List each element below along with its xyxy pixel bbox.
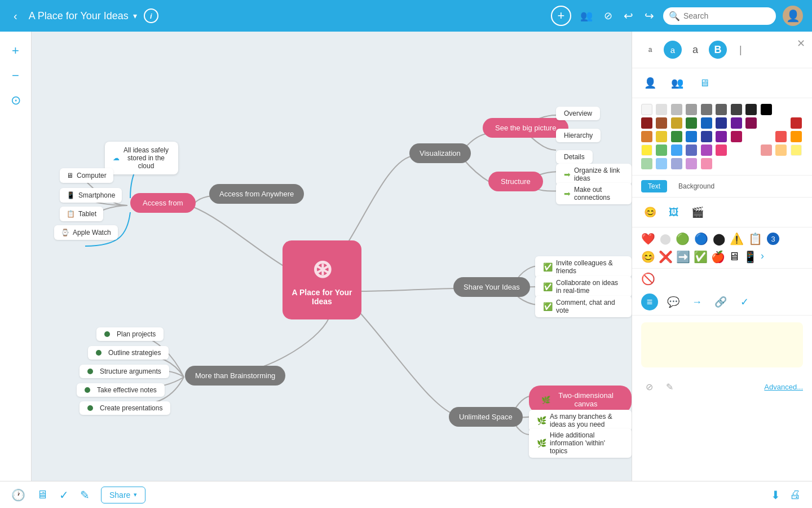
color-swatch[interactable]	[761, 144, 772, 156]
person-style-icon[interactable]: 👤	[641, 74, 659, 92]
sticker-checkmark[interactable]: ✅	[694, 250, 708, 264]
monitor-style-icon[interactable]: 🖥	[695, 74, 713, 92]
sticker-dark-blue[interactable]: 🔵	[694, 232, 708, 246]
color-swatch[interactable]	[701, 144, 712, 156]
bubble-tool[interactable]: 💬	[665, 294, 682, 310]
branch-structure[interactable]: Structure	[488, 172, 543, 191]
title-chevron[interactable]: ▾	[133, 11, 137, 20]
note-area[interactable]	[641, 322, 803, 367]
color-swatch[interactable]	[745, 117, 757, 129]
pen-button[interactable]: ✎	[80, 488, 90, 502]
color-swatch[interactable]	[761, 104, 772, 115]
screen-button[interactable]: 🖥	[37, 488, 48, 501]
color-swatch[interactable]	[686, 144, 697, 156]
leaf-details[interactable]: Details	[556, 150, 593, 164]
print-button[interactable]: 🖨	[789, 488, 801, 502]
block-icon[interactable]: 🚫	[641, 273, 655, 285]
leaf-invite[interactable]: ✅Invite colleagues & friends	[535, 256, 632, 278]
color-swatch[interactable]	[641, 158, 652, 169]
font-bold-b[interactable]: B	[709, 41, 727, 59]
leaf-structure-arg[interactable]: Structure arguments	[80, 365, 169, 378]
sticker-heart[interactable]: ❤️	[641, 232, 655, 246]
leaf-comment[interactable]: ✅Comment, chat and vote	[535, 296, 632, 317]
panel-close-button[interactable]: ✕	[797, 37, 805, 50]
zoom-out-button[interactable]: −	[6, 65, 26, 86]
sticker-warning[interactable]: ⚠️	[730, 232, 744, 246]
color-swatch[interactable]	[671, 131, 682, 142]
font-medium-a[interactable]: a	[664, 41, 682, 59]
download-button[interactable]: ⬇	[771, 488, 780, 502]
image-icon-btn[interactable]: 🖼	[665, 203, 683, 221]
leaf-collaborate[interactable]: ✅Collaborate on ideas in real-time	[535, 276, 632, 297]
color-swatch[interactable]	[701, 104, 712, 115]
leaf-hierarchy[interactable]: Hierarchy	[556, 129, 601, 142]
advanced-link[interactable]: Advanced...	[764, 383, 803, 391]
font-large-a[interactable]: a	[686, 41, 704, 59]
color-swatch[interactable]	[656, 131, 667, 142]
leaf-plan[interactable]: Plan projects	[96, 327, 164, 341]
video-icon-btn[interactable]: 🎬	[689, 203, 707, 221]
color-swatch[interactable]	[686, 158, 697, 169]
color-swatch[interactable]	[656, 104, 667, 115]
color-swatch[interactable]	[791, 131, 802, 142]
branch-brainstorming[interactable]: More than Brainstorming	[185, 366, 285, 386]
sticker-x[interactable]: ❌	[659, 250, 673, 264]
zoom-in-button[interactable]: +	[6, 41, 26, 61]
add-button[interactable]: +	[551, 6, 571, 26]
sticker-number3[interactable]: 3	[767, 233, 779, 245]
color-swatch[interactable]	[731, 131, 742, 142]
color-swatch[interactable]	[716, 131, 727, 142]
leaf-cloud[interactable]: ☁All ideas safely stored in the cloud	[105, 142, 178, 174]
text-tab[interactable]: Text	[641, 180, 667, 192]
sticker-black[interactable]: ⬤	[713, 232, 725, 246]
smiley-icon-btn[interactable]: 😊	[641, 203, 659, 221]
color-swatch[interactable]	[745, 104, 757, 115]
target-button[interactable]: ⊙	[6, 90, 26, 111]
color-swatch[interactable]	[671, 117, 682, 129]
color-swatch[interactable]	[671, 144, 682, 156]
block-icon[interactable]: ⊘	[602, 7, 615, 24]
share-button[interactable]: Share ▾	[101, 487, 145, 503]
color-swatch[interactable]	[731, 104, 742, 115]
panel-cancel-btn[interactable]: ⊘	[641, 379, 657, 395]
check-button[interactable]: ✓	[59, 488, 69, 502]
color-swatch[interactable]	[701, 117, 712, 129]
leaf-computer[interactable]: 🖥Computer	[60, 168, 113, 183]
check-tool[interactable]: ✓	[736, 294, 753, 310]
color-swatch[interactable]	[701, 131, 712, 142]
sticker-tablet2[interactable]: 📱	[743, 250, 757, 264]
panel-edit-btn[interactable]: ✎	[661, 379, 677, 395]
leaf-presentations[interactable]: Create presentations	[80, 401, 170, 415]
center-node[interactable]: ⊛ A Place for Your Ideas	[283, 240, 361, 319]
leaf-hide-info[interactable]: 🌿Hide additional information 'within' to…	[529, 428, 632, 458]
sticker-note[interactable]: 📋	[748, 232, 762, 246]
color-swatch[interactable]	[716, 104, 727, 115]
color-swatch[interactable]	[641, 131, 652, 142]
branch-visualization[interactable]: Visualization	[409, 143, 471, 163]
sticker-arrow-right[interactable]: ➡️	[676, 250, 690, 264]
share-collab-icon[interactable]: 👥	[578, 7, 595, 24]
search-input[interactable]	[683, 11, 774, 20]
leaf-tablet[interactable]: 📋Tablet	[60, 207, 103, 221]
leaf-outline[interactable]: Outline strategies	[88, 346, 169, 360]
link-tool[interactable]: 🔗	[712, 294, 729, 310]
color-swatch[interactable]	[671, 104, 682, 115]
color-swatch[interactable]	[686, 131, 697, 142]
list-tool[interactable]: ≡	[641, 294, 658, 310]
info-button[interactable]: i	[144, 8, 158, 23]
arrow-tool[interactable]: →	[689, 294, 705, 310]
sticker-green[interactable]: 🟢	[676, 232, 690, 246]
color-swatch[interactable]	[641, 144, 652, 156]
color-swatch[interactable]	[686, 104, 697, 115]
leaf-smartphone[interactable]: 📱Smartphone	[60, 188, 122, 203]
undo-button[interactable]: ↩	[621, 7, 636, 25]
sticker-apple[interactable]: 🍎	[711, 250, 725, 264]
color-swatch[interactable]	[641, 104, 652, 115]
color-swatch[interactable]	[641, 117, 652, 129]
branch-unlimited[interactable]: Unlimited Space	[449, 407, 523, 427]
color-swatch[interactable]	[686, 117, 697, 129]
leaf-notes[interactable]: Take effective notes	[77, 383, 165, 397]
branch-access-from[interactable]: Access from	[130, 193, 196, 213]
leaf-apple-watch[interactable]: ⌚Apple Watch	[54, 225, 118, 240]
font-small-a[interactable]: a	[641, 41, 659, 59]
